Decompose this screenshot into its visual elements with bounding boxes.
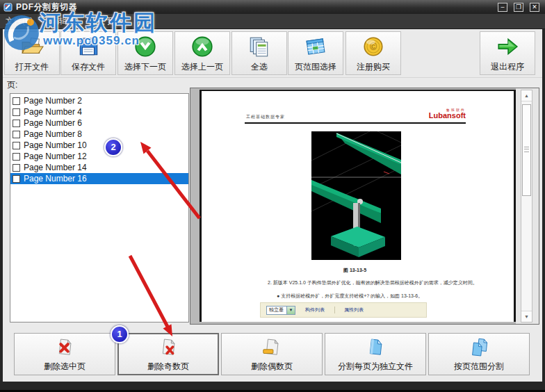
split-by-range-icon <box>469 337 489 358</box>
toolbar-button-label: 全选 <box>232 61 286 73</box>
bottom-button-label: 删除奇数页 <box>119 361 218 373</box>
menu-about[interactable]: 关于(A) <box>88 14 133 28</box>
body-bullet: ● 支持根据砼模外扩，外扩宽度支持砼模+? 的输入，如图 13-13-6。 <box>277 293 423 300</box>
maximize-button[interactable]: ❐ <box>514 3 523 12</box>
toolbar-button-label: 打开文件 <box>5 61 59 73</box>
list-item[interactable]: Page Number 2 <box>10 95 188 106</box>
toolbar-button-label: 页范围选择 <box>288 61 343 73</box>
list-item[interactable]: Page Number 8 <box>10 129 188 140</box>
toolbar-button-label: 注册购买 <box>346 61 400 73</box>
menu-file[interactable]: 文件(F) <box>0 14 42 28</box>
bottom-button-label: 按页范围分割 <box>429 361 529 373</box>
save-file-button[interactable]: 保存文件 <box>60 31 116 75</box>
step-badge-2: 2 <box>104 138 122 156</box>
embedded-combo-box: 独立基 ▼ <box>266 306 295 315</box>
pdf-preview-panel: ▲ ▼ 工程基础数据专家 鲁班软件 Lubansoft <box>190 88 539 325</box>
brand-text: Lubansoft <box>425 112 466 120</box>
body-paragraph: 2. 新版本 V25.1.0 子构件垫层外扩优化，能有效的解决垫层根据砼模外扩的… <box>268 279 478 286</box>
toolbar-button-label: 退出程序 <box>480 61 535 73</box>
toolbar-button-label: 选择下一页 <box>118 61 172 73</box>
select-prev-page-button[interactable]: 选择上一页 <box>174 31 230 75</box>
main-toolbar: 打开文件 保存文件 选择下一页 <box>3 29 542 78</box>
list-item[interactable]: Page Number 6 <box>10 117 188 129</box>
page-item-label: Page Number 10 <box>24 140 87 150</box>
page-item-label: Page Number 16 <box>24 174 87 183</box>
page-listbox[interactable]: Page Number 2 Page Number 4 Page Number … <box>10 93 189 322</box>
page-item-label: Page Number 4 <box>24 107 82 117</box>
register-coin-icon: © <box>361 35 385 58</box>
scroll-zone: ▲ ▼ <box>516 88 539 324</box>
page-range-icon <box>304 35 327 58</box>
delete-even-pages-button[interactable]: 删除偶数页 <box>221 333 323 375</box>
open-folder-icon <box>20 35 44 58</box>
step-badge-1: 1 <box>111 325 129 343</box>
page-item-label: Page Number 12 <box>24 152 87 161</box>
title-bar: PDF分割剪切器 – ❐ ✕ <box>0 0 545 14</box>
preview-scrollbar[interactable]: ▲ ▼ <box>521 90 532 322</box>
embedded-ui-strip: 独立基 ▼ 构件列表 属性列表 <box>260 302 427 318</box>
delete-even-pages-icon <box>261 337 282 358</box>
scroll-down-icon[interactable]: ▼ <box>521 311 532 322</box>
delete-selected-pages-button[interactable]: 删除选中页 <box>14 333 115 375</box>
split-each-page-icon <box>365 337 386 358</box>
bottom-button-label: 分割每页为独立文件 <box>325 361 425 373</box>
list-item[interactable]: Page Number 10 <box>10 140 188 151</box>
split-by-range-button[interactable]: 按页范围分割 <box>428 333 530 375</box>
bottom-button-label: 删除选中页 <box>15 361 115 373</box>
page-checkbox[interactable] <box>13 97 20 105</box>
page-item-label: Page Number 8 <box>24 129 82 139</box>
prev-page-icon <box>190 35 214 58</box>
toolbar-button-label: 保存文件 <box>61 61 115 73</box>
select-all-button[interactable]: 全选 <box>231 31 287 75</box>
scroll-up-icon[interactable]: ▲ <box>521 90 532 101</box>
toolbar-button-label: 选择上一页 <box>175 61 229 73</box>
page-range-select-button[interactable]: 页范围选择 <box>288 31 343 75</box>
delete-odd-pages-icon <box>158 337 179 358</box>
split-each-page-button[interactable]: 分割每页为独立文件 <box>325 333 426 375</box>
next-page-icon <box>133 35 157 58</box>
embedded-tab-components: 构件列表 <box>305 307 325 313</box>
combo-value: 独立基 <box>269 307 284 313</box>
figure-caption: 图 13-13-5 <box>291 267 419 274</box>
page-checkbox[interactable] <box>13 142 20 149</box>
close-button[interactable]: ✕ <box>530 3 539 12</box>
client-area: 打开文件 保存文件 选择下一页 <box>3 29 542 382</box>
minimize-button[interactable]: – <box>498 3 507 12</box>
page-item-label: Page Number 14 <box>24 163 87 172</box>
open-file-button[interactable]: 打开文件 <box>4 31 60 75</box>
tab-separator <box>334 307 335 313</box>
exit-arrow-icon <box>496 35 519 58</box>
save-floppy-icon <box>76 35 100 58</box>
app-icon <box>3 3 13 12</box>
pdf-page: 工程基础数据专家 鲁班软件 Lubansoft <box>200 90 516 322</box>
page-checkbox[interactable] <box>13 108 20 116</box>
page-checkbox[interactable] <box>13 131 20 138</box>
list-item[interactable]: Page Number 12 <box>10 151 188 162</box>
page-checkbox[interactable] <box>13 175 20 183</box>
scrollbar-thumb[interactable] <box>522 104 531 196</box>
menu-bar: 文件(F) 编辑(E) 关于(A) <box>0 14 545 29</box>
bottom-button-label: 删除偶数页 <box>222 361 322 373</box>
select-all-pages-icon <box>247 35 271 58</box>
page-checkbox[interactable] <box>13 164 20 172</box>
register-buy-button[interactable]: © 注册购买 <box>345 31 401 75</box>
page-item-label: Page Number 2 <box>24 96 82 106</box>
cad-3d-figure <box>311 131 401 260</box>
delete-odd-pages-button[interactable]: 删除奇数页 <box>117 333 219 375</box>
delete-selected-page-icon <box>54 337 75 358</box>
window-controls: – ❐ ✕ <box>498 3 539 12</box>
menu-edit[interactable]: 编辑(E) <box>42 14 88 28</box>
list-item[interactable]: Page Number 14 <box>10 162 188 173</box>
application-window: PDF分割剪切器 – ❐ ✕ 文件(F) 编辑(E) 关于(A) 打开文件 <box>0 0 545 392</box>
page-checkbox[interactable] <box>13 153 20 161</box>
scrollbar-grip <box>524 147 529 152</box>
exit-program-button[interactable]: 退出程序 <box>480 31 535 75</box>
select-next-page-button[interactable]: 选择下一页 <box>117 31 173 75</box>
header-rule <box>245 122 466 124</box>
page-item-label: Page Number 6 <box>24 118 82 128</box>
combo-dropdown-icon: ▼ <box>286 307 295 314</box>
list-item-selected[interactable]: Page Number 16 <box>10 173 188 184</box>
lubansoft-logo: 鲁班软件 Lubansoft <box>425 108 466 120</box>
page-checkbox[interactable] <box>13 120 20 127</box>
list-item[interactable]: Page Number 4 <box>10 106 188 117</box>
